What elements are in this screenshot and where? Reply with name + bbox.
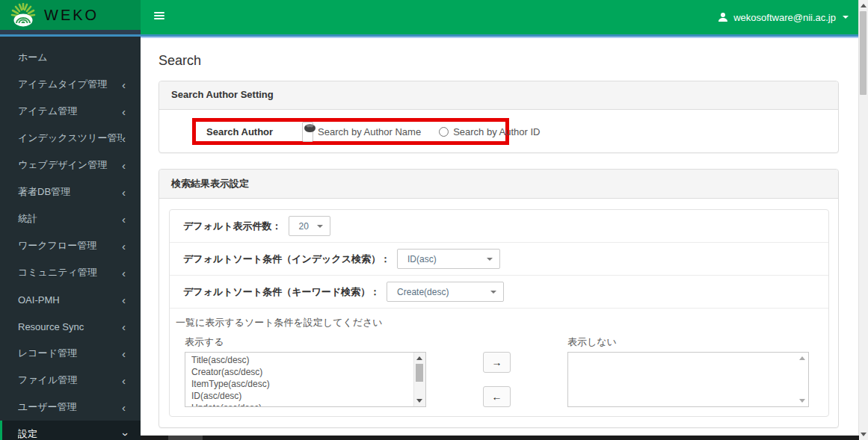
sidebar-item-label: ホーム [18,51,126,64]
default-sort-keyword-select[interactable]: Create(desc) [387,282,504,302]
sidebar-item-file[interactable]: ファイル管理‹ [0,367,141,394]
list-item[interactable]: ID(asc/desc) [191,390,425,402]
sidebar-toggle-button[interactable] [154,12,164,21]
sidebar-item-community[interactable]: コミュニティ管理‹ [0,259,141,286]
default-sort-index-value: ID(asc) [407,254,437,264]
default-sort-keyword-row: デフォルトソート条件（キーワード検索）： Create(desc) [170,276,828,309]
dual-list-area: 表示する Title(asc/desc)Creator(asc/desc)Ite… [170,332,828,416]
scroll-thumb[interactable] [416,364,423,382]
weko-logo-icon [9,3,37,27]
list-item[interactable]: Title(asc/desc) [191,354,425,366]
chevron-left-icon: ‹ [122,214,126,225]
radio-unselected-icon[interactable] [439,127,449,137]
default-display-count-select[interactable]: 20 [289,216,330,236]
chevron-left-icon: ‹ [122,402,126,413]
scroll-down-icon[interactable] [861,433,867,436]
sidebar-item-label: 統計 [18,212,122,226]
move-right-button[interactable]: → [483,352,511,373]
hide-listbox[interactable] [567,352,809,407]
sidebar-item-label: 著者DB管理 [18,185,122,199]
vertical-scroll-thumb[interactable] [860,11,867,95]
listbox-scrollbar[interactable] [413,353,425,406]
display-column: 表示する Title(asc/desc)Creator(asc/desc)Ite… [185,334,426,407]
sidebar-item-web-design[interactable]: ウェブデザイン管理‹ [0,152,141,179]
search-author-label: Search Author [206,126,273,137]
chevron-left-icon: ‹ [122,267,126,279]
list-item[interactable]: Update(asc/desc) [191,402,425,407]
arrow-right-icon: → [492,356,502,368]
scroll-down-icon [799,399,805,403]
list-item[interactable]: ItemType(asc/desc) [191,378,425,390]
sidebar-item-label: インデックスツリー管理 [18,131,122,145]
chevron-down-icon [843,16,849,19]
annotation-highlight-box: Search Author Search by Author NameSearc… [192,118,509,145]
chevron-left-icon: ‹ [122,321,126,332]
chevron-left-icon: ‹ [122,160,126,171]
horizontal-scroll-thumb[interactable] [168,436,203,440]
scroll-down-icon[interactable] [416,399,422,403]
chevron-down-icon: ‹ [118,433,129,436]
sort-condition-hint: 一覧に表示するソート条件を設定してください [170,309,828,332]
chevron-left-icon: ‹ [122,241,126,252]
vertical-scrollbar[interactable] [858,0,868,440]
radio-option[interactable]: Search by Author Name [295,122,421,142]
chevron-left-icon: ‹ [122,294,126,306]
sidebar-menu: ホームアイテムタイプ管理‹アイテム管理‹インデックスツリー管理‹ウェブデザイン管… [0,37,141,440]
sidebar-item-label: ウェブデザイン管理 [18,158,122,172]
scroll-up-icon [799,356,805,360]
move-left-button[interactable]: ← [483,386,511,407]
sidebar-item-item-type[interactable]: アイテムタイプ管理‹ [0,71,141,98]
sidebar-item-user[interactable]: ユーザー管理‹ [0,394,141,421]
search-author-panel: Search Author Setting Search Author Sear… [158,81,839,153]
default-sort-index-label: デフォルトソート条件（インデックス検索）： [183,252,390,266]
default-sort-index-row: デフォルトソート条件（インデックス検索）： ID(asc) [170,243,828,276]
sidebar-item-oai-pmh[interactable]: OAI-PMH‹ [0,286,141,313]
chevron-left-icon: ‹ [122,106,126,117]
person-icon [718,12,728,22]
page-title: Search [158,53,839,69]
sidebar-item-record[interactable]: レコード管理‹ [0,340,141,367]
default-sort-keyword-value: Create(desc) [397,287,449,297]
top-header: WEKO wekosoftware@nii.ac.jp [0,0,868,34]
radio-option[interactable]: Search by Author ID [439,126,540,137]
search-author-panel-body: Search Author Search by Author NameSearc… [159,118,838,145]
sidebar-item-index-tree[interactable]: インデックスツリー管理‹ [0,125,141,152]
display-list-items: Title(asc/desc)Creator(asc/desc)ItemType… [185,353,425,407]
hide-list-label: 表示しない [567,335,809,349]
search-results-panel-body: デフォルト表示件数： 20 デフォルトソート条件（インデックス検索）： ID(a… [159,199,838,427]
user-email: wekosoftware@nii.ac.jp [733,12,836,23]
display-listbox[interactable]: Title(asc/desc)Creator(asc/desc)ItemType… [185,352,426,407]
sidebar-item-item[interactable]: アイテム管理‹ [0,98,141,125]
chevron-left-icon: ‹ [122,133,126,144]
sidebar-item-label: ユーザー管理 [18,400,122,414]
sidebar-item-label: アイテムタイプ管理 [18,78,122,91]
sidebar-item-author-db[interactable]: 著者DB管理‹ [0,179,141,205]
hide-column: 表示しない [567,334,809,407]
search-results-panel: 検索結果表示設定 デフォルト表示件数： 20 デフォルトソート条件（インデックス… [158,169,839,428]
radio-option-label: Search by Author ID [453,126,540,137]
sidebar-item-label: OAI-PMH [18,294,122,306]
sidebar-item-label: ワークフロー管理 [18,239,122,252]
brand[interactable]: WEKO [0,0,141,30]
sidebar-item-workflow[interactable]: ワークフロー管理‹ [0,232,141,259]
arrow-left-icon: ← [492,391,502,403]
chevron-left-icon: ‹ [122,375,126,386]
sidebar-item-settings[interactable]: 設定‹ [0,421,141,440]
scroll-up-icon[interactable] [416,356,422,360]
default-sort-index-select[interactable]: ID(asc) [397,249,500,269]
sidebar-item-statistics[interactable]: 統計‹ [0,205,141,232]
chevron-left-icon: ‹ [122,79,126,90]
listbox-scrollbar-disabled [797,353,807,406]
sidebar-item-home[interactable]: ホーム [0,44,141,71]
sidebar-item-label: レコード管理 [18,347,122,360]
sidebar-item-resource-sync[interactable]: Resource Sync‹ [0,313,141,340]
brand-title: WEKO [44,7,99,24]
radio-option-label: Search by Author Name [318,126,421,137]
list-item[interactable]: Creator(asc/desc) [191,366,425,378]
horizontal-scrollbar[interactable] [141,436,859,440]
sidebar-item-label: コミュニティ管理 [18,266,122,279]
default-display-count-value: 20 [299,221,309,232]
radio-selected-icon[interactable] [302,122,313,142]
scroll-up-icon[interactable] [861,4,867,7]
user-menu[interactable]: wekosoftware@nii.ac.jp [718,0,849,34]
